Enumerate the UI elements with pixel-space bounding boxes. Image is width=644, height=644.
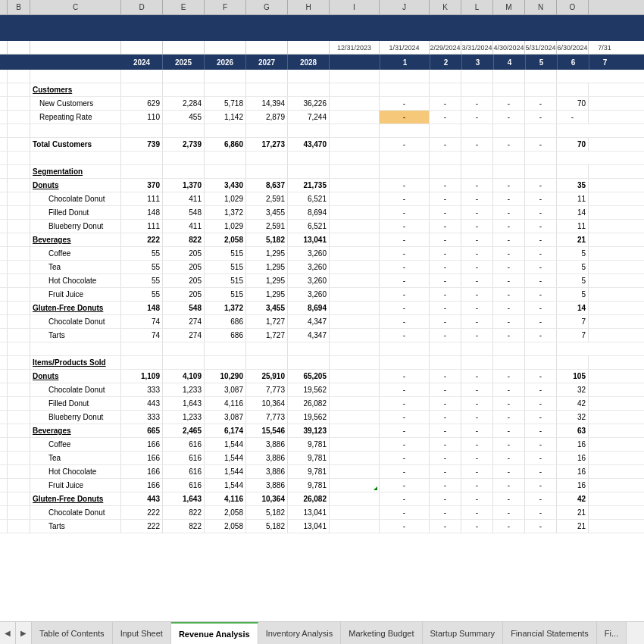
col-d: D: [121, 0, 163, 14]
table-row: Donuts1,1094,10910,29025,91065,205-----1…: [0, 370, 644, 383]
table-row: Coffee1666161,5443,8869,781-----16: [0, 438, 644, 452]
col-h: H: [288, 0, 330, 14]
table-row: Fruit Juice1666161,5443,8869,781-----16: [0, 479, 644, 492]
tab-inventory-analysis[interactable]: Inventory Analysis: [258, 622, 342, 644]
date-3: 2/29/2024: [430, 41, 461, 54]
table-row: Hot Chocolate1666161,5443,8869,781-----1…: [0, 465, 644, 479]
date-5: 4/30/2024: [493, 41, 525, 54]
table-row: Beverages2228222,0585,18213,041-----21: [0, 233, 644, 247]
table-row: Customers: [0, 83, 644, 97]
table-row: Chocolate Donut1114111,0292,5916,521----…: [0, 192, 644, 206]
table-row: [0, 70, 644, 83]
table-row: Coffee552055151,2953,260-----5: [0, 247, 644, 261]
tab-input-sheet[interactable]: Input Sheet: [113, 622, 171, 644]
table-row: Tea552055151,2953,260-----5: [0, 261, 644, 274]
tab-fi...[interactable]: Fi...: [597, 622, 627, 644]
date-8: 7/31: [589, 41, 621, 54]
data-area: CustomersNew Customers6292,2845,71814,39…: [0, 70, 644, 621]
row-num-header: [0, 0, 8, 14]
year-2024: 2024: [121, 55, 163, 70]
tab-financial-statements[interactable]: Financial Statements: [503, 622, 597, 644]
date-1: 12/31/2023: [330, 41, 380, 54]
date-2: 1/31/2024: [380, 41, 430, 54]
col-g: G: [246, 0, 288, 14]
table-row: Gluten-Free Donuts4431,6434,11610,36426,…: [0, 492, 644, 506]
table-row: Chocolate Donut3331,2333,0877,77319,562-…: [0, 383, 644, 397]
table-row: Tarts742746861,7274,347-----7: [0, 329, 644, 342]
table-row: New Customers6292,2845,71814,39436,226--…: [0, 97, 644, 111]
table-row: [0, 124, 644, 138]
tab-table-of-contents[interactable]: Table of Contents: [32, 622, 113, 644]
table-row: Hot Chocolate552055151,2953,260-----5: [0, 274, 644, 288]
year-2027: 2027: [246, 55, 288, 70]
date-4: 3/31/2024: [461, 41, 493, 54]
col-f: F: [205, 0, 246, 14]
col-k: K: [430, 0, 461, 14]
table-row: Beverages6652,4656,17415,54639,123-----6…: [0, 424, 644, 438]
table-row: Blueberry Donut1114111,0292,5916,521----…: [0, 220, 644, 233]
col-o: O: [557, 0, 589, 14]
spreadsheet: B C D E F G H I J K L M N O 12/31/2023 1…: [0, 0, 644, 621]
year-2028: 2028: [288, 55, 330, 70]
table-row: Chocolate Donut2228222,0585,18213,041---…: [0, 506, 644, 520]
tab-arrow-left[interactable]: ◀: [0, 622, 16, 644]
tab-arrow-right[interactable]: ▶: [16, 622, 32, 644]
year-2026: 2026: [205, 55, 246, 70]
col-c: C: [30, 0, 121, 14]
tab-bar: ◀ ▶ Table of ContentsInput SheetRevenue …: [0, 621, 644, 644]
col-i: I: [330, 0, 380, 14]
col-j: J: [380, 0, 430, 14]
date-6: 5/31/2024: [525, 41, 557, 54]
table-row: Filled Donut1485481,3723,4558,694-----14: [0, 206, 644, 220]
col-e: E: [163, 0, 205, 14]
tabs-container: Table of ContentsInput SheetRevenue Anal…: [32, 622, 627, 644]
col-m: M: [493, 0, 525, 14]
tab-marketing-budget[interactable]: Marketing Budget: [341, 622, 422, 644]
col-l: L: [461, 0, 493, 14]
col-n: N: [525, 0, 557, 14]
table-row: Segmentation: [0, 165, 644, 179]
spreadsheet-title: [0, 15, 644, 41]
table-row: Donuts3701,3703,4308,63721,735-----35: [0, 179, 644, 192]
table-row: [0, 152, 644, 165]
table-row: Filled Donut4431,6434,11610,36426,082---…: [0, 397, 644, 411]
table-row: Tarts2228222,0585,18213,041-----21: [0, 520, 644, 533]
table-row: [0, 342, 644, 356]
table-row: Total Customers7392,7396,86017,27343,470…: [0, 138, 644, 152]
year-2025: 2025: [163, 55, 205, 70]
table-row: Gluten-Free Donuts1485481,3723,4558,694-…: [0, 302, 644, 315]
tab-startup-summary[interactable]: Startup Summary: [423, 622, 504, 644]
table-row: Tea1666161,5443,8869,781-----16: [0, 452, 644, 465]
table-row: Items/Products Sold: [0, 356, 644, 370]
date-7: 6/30/2024: [557, 41, 589, 54]
year-header-row: 2024 2025 2026 2027 2028 1 2 3 4 5 6 7: [0, 55, 644, 70]
table-row: Chocolate Donut742746861,7274,347-----7: [0, 315, 644, 329]
column-headers: B C D E F G H I J K L M N O: [0, 0, 644, 15]
tab-revenue-analysis[interactable]: Revenue Analysis: [171, 622, 258, 644]
table-row: Repeating Rate1104551,1422,8797,244-----…: [0, 111, 644, 124]
table-row: Fruit Juice552055151,2953,260-----5: [0, 288, 644, 302]
table-row: Blueberry Donut3331,2333,0877,77319,562-…: [0, 411, 644, 424]
date-header-row: 12/31/2023 1/31/2024 2/29/2024 3/31/2024…: [0, 41, 644, 55]
col-b: B: [8, 0, 30, 14]
